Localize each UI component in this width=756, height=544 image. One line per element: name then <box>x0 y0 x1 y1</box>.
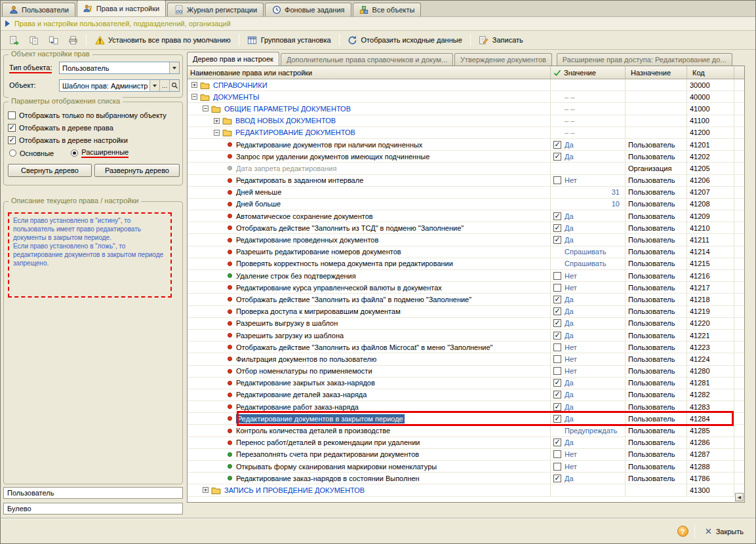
purpose-cell[interactable]: Пользователь <box>626 413 687 424</box>
purpose-cell[interactable]: Пользователь <box>626 461 687 472</box>
name-cell[interactable]: Редактирование деталей заказ-наряда <box>188 389 551 400</box>
value-checkbox[interactable] <box>553 463 561 471</box>
code-cell[interactable]: 41283 <box>687 401 734 412</box>
name-cell[interactable]: Дней меньше <box>188 187 551 198</box>
value-cell[interactable]: Спрашивать <box>551 258 626 269</box>
code-cell[interactable]: 41281 <box>687 378 734 389</box>
object-field[interactable]: Шаблон прав: Администр ... <box>59 79 180 92</box>
value-cell[interactable] <box>551 163 626 174</box>
name-cell[interactable]: Редактирование работ заказ-наряда <box>188 401 551 412</box>
value-checkbox[interactable] <box>553 212 561 220</box>
tree-expander-icon[interactable]: + <box>203 487 209 493</box>
purpose-cell[interactable]: Пользователь <box>626 175 687 186</box>
name-cell[interactable]: Редактирование документов при наличии по… <box>188 139 551 150</box>
value-cell[interactable]: – – <box>551 91 626 102</box>
value-checkbox[interactable] <box>553 415 561 423</box>
name-cell[interactable]: Отображать действие "Заполнить из файла"… <box>188 294 551 305</box>
object-search-button[interactable] <box>169 80 179 91</box>
name-cell[interactable]: Дата запрета редактирования <box>188 163 551 174</box>
code-cell[interactable]: 41219 <box>687 306 734 317</box>
table-row[interactable]: Разрешить выгрузку в шаблонДаПользовател… <box>188 318 744 330</box>
table-row[interactable]: Редактирование закрытых заказ-нарядовДаП… <box>188 378 744 389</box>
checkbox-option-2[interactable]: Отображать в дереве настройки <box>8 134 180 146</box>
print-button[interactable] <box>64 33 82 48</box>
value-checkbox[interactable] <box>553 307 561 315</box>
table-row[interactable]: Дней больше10Пользователь41208 <box>188 199 744 210</box>
table-row[interactable]: Контроль количества деталей в производст… <box>188 425 744 437</box>
value-cell[interactable]: Да <box>551 294 626 305</box>
value-checkbox[interactable] <box>553 403 561 411</box>
help-button[interactable]: ? <box>677 526 688 537</box>
code-cell[interactable]: 41220 <box>687 318 734 329</box>
name-cell[interactable]: Проверка доступа к мигрировавшим докумен… <box>188 306 551 317</box>
name-cell[interactable]: +ВВОД НОВЫХ ДОКУМЕНТОВ <box>188 115 551 126</box>
combo-dropdown-button[interactable] <box>169 62 179 73</box>
purpose-cell[interactable]: Пользователь <box>626 401 687 412</box>
value-checkbox[interactable] <box>553 379 561 387</box>
code-cell[interactable]: 41215 <box>687 258 734 269</box>
table-row[interactable]: −РЕДАКТИРОВАНИЕ ДОКУМЕНТОВ– –41200 <box>188 127 744 139</box>
purpose-cell[interactable]: Пользователь <box>626 353 687 364</box>
tab-all-objects[interactable]: Все объекты <box>353 3 422 16</box>
tab-rights[interactable]: Права и настройки <box>77 0 166 16</box>
purpose-cell[interactable]: Пользователь <box>626 425 687 436</box>
purpose-cell[interactable]: Пользователь <box>626 270 687 281</box>
radio-option-0[interactable]: Основные <box>9 149 54 157</box>
checkbox[interactable] <box>8 111 16 119</box>
code-cell[interactable]: 41286 <box>687 437 734 448</box>
value-cell[interactable]: Да <box>551 413 626 424</box>
table-row[interactable]: −ДОКУМЕНТЫ– –40000 <box>188 91 744 103</box>
table-row[interactable]: Редактирование заказ-нарядов в состоянии… <box>188 473 744 484</box>
name-cell[interactable]: Редактировать в заданном интервале <box>188 175 551 186</box>
name-cell[interactable]: Запрос при удалении документов имеющих п… <box>188 151 551 162</box>
value-checkbox[interactable] <box>553 391 561 398</box>
value-cell[interactable]: Да <box>551 210 626 222</box>
purpose-cell[interactable] <box>626 115 687 126</box>
table-row[interactable]: Редактирование работ заказ-нарядаДаПольз… <box>188 401 744 413</box>
table-row[interactable]: +ЗАПИСЬ И ПРОВЕДЕНИЕ ДОКУМЕНТОВ41300 <box>188 484 744 496</box>
column-header-value[interactable]: Значение <box>551 66 626 79</box>
name-cell[interactable]: Проверять корректность номера документа … <box>188 258 551 269</box>
value-cell[interactable]: Нет <box>551 282 626 293</box>
column-header-code[interactable]: Код <box>687 66 734 79</box>
value-checkbox[interactable] <box>553 343 561 351</box>
column-header-purpose[interactable]: Назначение <box>626 66 687 79</box>
purpose-cell[interactable]: Пользователь <box>626 318 687 329</box>
copy-rights-button[interactable] <box>5 33 23 48</box>
name-cell[interactable]: Перезаполнять счета при редактировании д… <box>188 449 551 460</box>
code-cell[interactable]: 41100 <box>687 115 734 126</box>
tree-expander-icon[interactable]: + <box>191 82 197 88</box>
code-cell[interactable]: 41786 <box>687 473 734 484</box>
value-cell[interactable]: Нет <box>551 270 626 281</box>
column-header-name[interactable]: Наименование права или настройки <box>188 66 551 79</box>
value-checkbox[interactable] <box>553 176 561 184</box>
value-checkbox[interactable] <box>553 224 561 232</box>
value-cell[interactable]: Да <box>551 306 626 317</box>
name-cell[interactable]: Редактирование документов в закрытом пер… <box>188 413 551 424</box>
table-row[interactable]: Отбор номенклатуры по применяемостиНетПо… <box>188 366 744 378</box>
purpose-cell[interactable]: Организация <box>626 163 687 174</box>
code-cell[interactable]: 41207 <box>687 187 734 198</box>
name-cell[interactable]: Дней больше <box>188 199 551 210</box>
tree-expander-icon[interactable]: − <box>191 94 197 100</box>
purpose-cell[interactable]: Пользователь <box>626 449 687 460</box>
name-cell[interactable]: −РЕДАКТИРОВАНИЕ ДОКУМЕНТОВ <box>188 127 551 138</box>
checkbox[interactable] <box>8 136 16 144</box>
checkbox[interactable] <box>8 124 16 132</box>
table-row[interactable]: +СПРАВОЧНИКИ30000 <box>188 79 744 91</box>
right-tab-0[interactable]: Дерево прав и настроек <box>187 52 279 66</box>
name-cell[interactable]: Разрешить редактирование номеров докумен… <box>188 246 551 258</box>
tree-expander-icon[interactable]: + <box>214 118 220 124</box>
table-row[interactable]: Дней меньше31Пользователь41207 <box>188 187 744 199</box>
purpose-cell[interactable]: Пользователь <box>626 341 687 353</box>
name-cell[interactable]: Редактирование заказ-нарядов в состоянии… <box>188 473 551 484</box>
purpose-cell[interactable]: Пользователь <box>626 378 687 389</box>
code-cell[interactable]: 30000 <box>687 79 734 90</box>
table-row[interactable]: Редактирование проведенных документовДаП… <box>188 234 744 246</box>
value-checkbox[interactable] <box>553 141 561 149</box>
value-cell[interactable]: – – <box>551 103 626 114</box>
value-cell[interactable]: Нет <box>551 449 626 460</box>
name-cell[interactable]: Разрешить загрузку из шаблона <box>188 330 551 341</box>
purpose-cell[interactable]: Пользователь <box>626 234 687 245</box>
value-cell[interactable]: Да <box>551 401 626 412</box>
